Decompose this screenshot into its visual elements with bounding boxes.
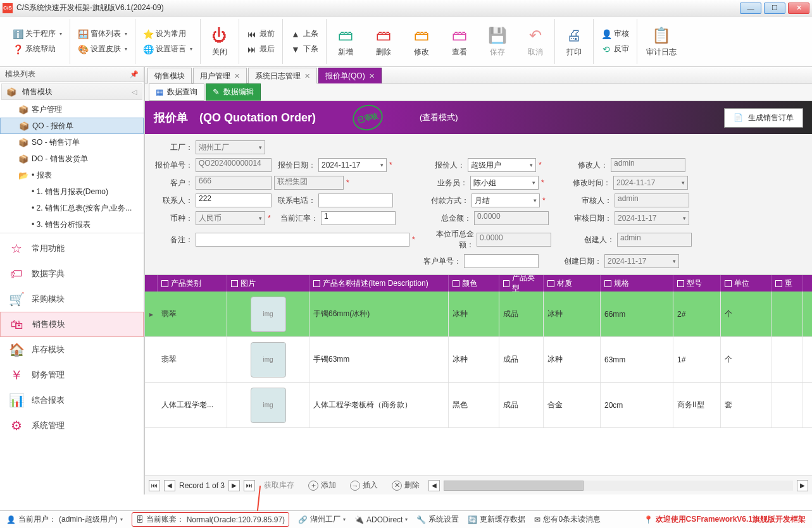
qono-input[interactable]: QO202400000014: [196, 158, 272, 172]
generate-order-button[interactable]: 📄生成销售订单: [724, 108, 803, 128]
tree-item[interactable]: 📦DO - 销售发货单: [0, 150, 144, 167]
sales-select[interactable]: 陈小姐: [470, 176, 539, 190]
last-button[interactable]: ⏭最后: [243, 42, 278, 56]
col-weight[interactable]: 重: [771, 275, 803, 292]
total-label: 总金额：: [432, 213, 472, 224]
close-form-button[interactable]: ⏻关闭: [204, 23, 235, 60]
insert-row-button[interactable]: →插入: [345, 479, 383, 492]
tree-item[interactable]: • 2. 销售汇总表(按客户,业务...: [0, 200, 144, 216]
quick-nav-item[interactable]: ⚙系统管理: [0, 413, 144, 438]
grid-body[interactable]: ▸ 翡翠 img 手镯66mm(冰种) 冰种 成品 冰种 66mm 2# 个 翡…: [145, 292, 812, 476]
edit-button[interactable]: 🗃修改: [406, 23, 437, 60]
status-connection[interactable]: 🔌 ADODirect▾: [354, 515, 408, 524]
tab-data-edit[interactable]: ✎数据编辑: [206, 83, 261, 101]
quoter-select[interactable]: 超级用户: [468, 158, 536, 172]
unapprove-button[interactable]: ⟲反审: [597, 42, 633, 56]
approve-button[interactable]: 👤审核: [597, 27, 633, 41]
delete-button[interactable]: 🗃删除: [368, 23, 399, 60]
pin-icon[interactable]: 📌: [130, 70, 139, 78]
col-unit[interactable]: 单位: [721, 275, 771, 292]
quick-nav-item[interactable]: ￥财务管理: [0, 362, 144, 388]
quick-nav-item[interactable]: 🏠库存模块: [0, 337, 144, 362]
col-model[interactable]: 型号: [673, 275, 721, 292]
grid-header: 产品类别 图片 产品名称描述(Item Description) 颜色 产品类型…: [145, 275, 812, 292]
skin-button[interactable]: 🎨设置皮肤▾: [74, 42, 131, 56]
h-scrollbar[interactable]: [444, 481, 793, 491]
pay-select[interactable]: 月结: [472, 193, 540, 207]
nav-next[interactable]: ▶: [228, 480, 240, 491]
tree-item[interactable]: 📦QO - 报价单: [0, 118, 144, 134]
cust-code-input[interactable]: 666: [196, 176, 272, 190]
phone-input[interactable]: [318, 193, 393, 207]
col-image[interactable]: 图片: [227, 275, 309, 292]
tree-item[interactable]: • 3. 销售分析报表: [0, 216, 144, 233]
close-button[interactable]: ✕: [788, 3, 809, 14]
tree-item[interactable]: • 1. 销售月报表(Demo): [0, 183, 144, 200]
set-home-button[interactable]: ⭐设为常用: [139, 27, 196, 41]
next-button[interactable]: ▼下条: [287, 42, 322, 56]
delete-row-button[interactable]: ✕删除: [387, 479, 425, 492]
view-button[interactable]: 🗃查看: [444, 23, 475, 60]
prev-button[interactable]: ▲上条: [287, 27, 322, 41]
status-system-config[interactable]: 🔧 系统设置: [416, 514, 459, 525]
status-user[interactable]: 👤 当前用户：(admin-超级用户)▾: [6, 514, 123, 525]
grid-row[interactable]: 翡翠 img 手镯63mm 冰种 成品 冰种 63mm 1# 个: [145, 337, 812, 383]
tree-item[interactable]: 📦客户管理: [0, 101, 144, 118]
sidebar-back[interactable]: 📦销售模块◁: [1, 83, 142, 100]
first-button[interactable]: ⏮最前: [243, 27, 278, 41]
hscroll-right[interactable]: ▶: [797, 480, 808, 491]
col-color[interactable]: 颜色: [449, 275, 499, 292]
add-button[interactable]: 🗃新增: [330, 23, 361, 60]
col-material[interactable]: 材质: [544, 275, 601, 292]
col-description[interactable]: 产品名称描述(Item Description): [309, 275, 449, 292]
contact-label: 联系人：: [154, 195, 193, 206]
status-refresh-cache[interactable]: 🔄 更新缓存数据: [468, 514, 525, 525]
remark-input[interactable]: [196, 233, 409, 247]
document-tab[interactable]: 用户管理✕: [193, 68, 247, 83]
add-row-button[interactable]: ＋添加: [303, 479, 341, 492]
col-spec[interactable]: 规格: [601, 275, 673, 292]
nav-first[interactable]: ⏮: [149, 480, 160, 491]
status-database[interactable]: 🗄 当前账套：Normal(Oracle:120.79.85.97): [132, 512, 289, 527]
tab-data-query[interactable]: ▦数据查询: [149, 83, 204, 101]
status-factory[interactable]: 🔗 湖州工厂▾: [298, 514, 346, 525]
rate-input[interactable]: 1: [321, 211, 396, 225]
contact-input[interactable]: 222: [196, 193, 272, 207]
quick-nav-item[interactable]: 🛍销售模块: [0, 312, 144, 337]
grid-row[interactable]: 人体工程学老... img 人体工程学老板椅（商务款） 黑色 成品 合金 20c…: [145, 383, 812, 428]
cancel-button: ↶取消: [520, 23, 551, 60]
about-button[interactable]: ℹ️关于程序▾: [9, 27, 66, 41]
tab-close-icon[interactable]: ✕: [234, 72, 240, 80]
quick-nav-item[interactable]: 🛒采购模块: [0, 286, 144, 312]
help-button[interactable]: ❓系统帮助: [9, 42, 66, 56]
grid-row[interactable]: ▸ 翡翠 img 手镯66mm(冰种) 冰种 成品 冰种 66mm 2# 个: [145, 292, 812, 337]
tab-close-icon[interactable]: ✕: [304, 72, 310, 80]
maximize-button[interactable]: ☐: [764, 3, 785, 14]
nav-last[interactable]: ⏭: [244, 480, 255, 491]
nav-prev[interactable]: ◀: [164, 480, 175, 491]
document-tab[interactable]: 销售模块: [147, 68, 192, 83]
document-tab[interactable]: 系统日志管理✕: [248, 68, 317, 83]
tree-item[interactable]: 📦SO - 销售订单: [0, 134, 144, 150]
col-category[interactable]: 产品类别: [158, 275, 227, 292]
tree-item[interactable]: 📂• 报表: [0, 167, 144, 183]
quick-nav-item[interactable]: 📊综合报表: [0, 388, 144, 413]
minimize-button[interactable]: —: [740, 3, 761, 14]
hscroll-left[interactable]: ◀: [428, 480, 440, 491]
tab-close-icon[interactable]: ✕: [369, 72, 375, 80]
qodate-input[interactable]: 2024-11-17: [318, 158, 387, 172]
appby-input: admin: [615, 193, 689, 207]
get-stock-button[interactable]: 获取库存: [259, 479, 299, 492]
col-type[interactable]: 产品类型: [499, 275, 544, 292]
audit-log-button[interactable]: 📋审计日志: [641, 23, 682, 60]
curr-select[interactable]: 人民币: [196, 211, 265, 225]
quick-nav-item[interactable]: 🏷数据字典: [0, 261, 144, 286]
document-tab[interactable]: 报价单(QO)✕: [318, 68, 382, 83]
window-list-button[interactable]: 🪟窗体列表▾: [74, 27, 131, 41]
status-messages[interactable]: ✉ 您有0条未读消息: [534, 514, 601, 525]
print-button[interactable]: 🖨打印: [559, 23, 589, 60]
custpo-input[interactable]: [464, 254, 539, 268]
quick-nav-item[interactable]: ☆常用功能: [0, 236, 144, 261]
factory-select[interactable]: 湖州工厂: [196, 140, 265, 154]
language-button[interactable]: 🌐设置语言▾: [139, 42, 196, 56]
